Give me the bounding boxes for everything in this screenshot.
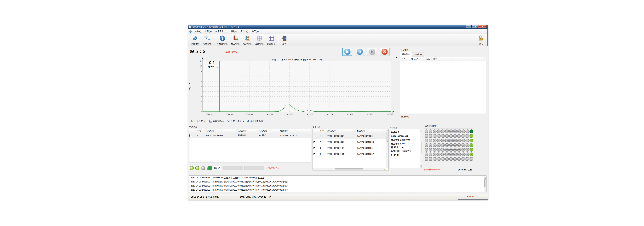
sampler-well-H3[interactable]: H3 xyxy=(441,139,445,142)
sampler-well-L4[interactable]: L4 xyxy=(424,143,428,147)
sampler-well-I5[interactable]: I5 xyxy=(437,148,440,152)
sampler-well-G4[interactable]: G4 xyxy=(445,143,449,147)
sampler-well-A3[interactable]: A3 xyxy=(470,139,473,142)
sampler-well-D5[interactable]: D5 xyxy=(457,148,461,152)
sampler-well-D2[interactable]: D2 xyxy=(457,134,461,138)
sampler-well-L5[interactable]: L5 xyxy=(424,148,428,152)
chart-toolbar-grid[interactable]: 数据查看(D) xyxy=(208,119,226,124)
sampler-well-J2[interactable]: J2 xyxy=(433,134,436,138)
test-list-vscrollbar[interactable]: ▲ xyxy=(386,129,388,168)
sampler-well-H1[interactable]: H1 xyxy=(441,129,445,133)
mdi-minimize-button[interactable] xyxy=(474,32,476,32)
sampler-well-H2[interactable]: H2 xyxy=(441,134,445,138)
toolbar-button-stop-comm[interactable]: 停止通讯 xyxy=(189,34,201,46)
collapse-panel-arrow[interactable]: ‹ xyxy=(396,55,398,60)
sampler-well-F6[interactable]: F6 xyxy=(449,152,453,156)
toolbar-button-site-manage[interactable]: 站点管理 xyxy=(201,34,213,46)
sampler-well-J5[interactable]: J5 xyxy=(433,148,436,152)
sampler-well-L7[interactable]: L7 xyxy=(424,157,428,161)
chart-toolbar-wrench[interactable]: 设置 xyxy=(226,119,236,124)
sampler-well-J6[interactable]: J6 xyxy=(433,152,436,156)
menu-item-3[interactable]: 实用工具(T) xyxy=(214,29,228,34)
sampler-well-C3[interactable]: C3 xyxy=(462,139,465,142)
scroll-up-icon[interactable]: ▲ xyxy=(484,176,486,178)
sampler-well-H5[interactable]: H5 xyxy=(441,148,445,152)
menu-item-2[interactable]: 查看(V) xyxy=(203,29,214,34)
sampler-well-F2[interactable]: F2 xyxy=(449,134,453,138)
sampler-well-L2[interactable]: L2 xyxy=(424,134,428,138)
sampler-well-I7[interactable]: I7 xyxy=(437,157,440,161)
column-header[interactable]: TC(mg/L) xyxy=(409,57,424,61)
chart-toolbar-line-style[interactable]: 线性设置▼ xyxy=(189,119,206,124)
chart-toolbar-item[interactable]: 刷新▼ xyxy=(236,120,245,123)
column-header[interactable]: 方法编号 xyxy=(204,129,236,133)
sampler-well-E6[interactable]: E6 xyxy=(453,152,457,156)
sampler-well-K6[interactable]: K6 xyxy=(429,152,432,156)
log-scrollbar[interactable]: ▲ xyxy=(484,176,486,192)
sampler-well-D6[interactable]: D6 xyxy=(457,152,461,156)
event-log[interactable]: 2018-04-08 14:25:21：[5/02411706]方法操作 方法[… xyxy=(189,175,486,192)
sampler-well-C5[interactable]: C5 xyxy=(462,148,465,152)
test-list-hscrollbar[interactable]: ► xyxy=(313,168,386,170)
sampler-well-L1[interactable]: L1 xyxy=(424,129,428,133)
column-header[interactable] xyxy=(452,57,484,61)
current-test-table[interactable]: 序号TC(mg/L)状态时间 xyxy=(400,57,486,114)
sampler-well-A4[interactable]: A4 xyxy=(470,143,473,147)
column-header[interactable]: 序号 xyxy=(196,129,204,133)
chart-toolbar-plug[interactable]: 停止获取数据 xyxy=(245,119,264,124)
column-header[interactable]: 测试编号 xyxy=(326,129,356,133)
scrollbar-thumb[interactable] xyxy=(386,132,388,142)
tab-history[interactable]: 历史记录 xyxy=(412,52,424,57)
sampler-well-I2[interactable]: I2 xyxy=(437,134,440,138)
sampler-well-L6[interactable]: L6 xyxy=(424,152,428,156)
sampler-well-G2[interactable]: G2 xyxy=(445,134,449,138)
sampler-well-D3[interactable]: D3 xyxy=(457,139,461,142)
menu-item-5[interactable]: 窗口(W) xyxy=(239,29,250,34)
sampler-well-K4[interactable]: K4 xyxy=(429,143,432,147)
title-bar[interactable]: 泰林总有机碳分析系统软件[zt(byh)测例] - [站点：5] xyxy=(188,25,488,29)
sampler-well-C6[interactable]: C6 xyxy=(462,152,465,156)
column-header[interactable]: 状态 xyxy=(424,57,432,61)
sampler-well-H6[interactable]: H6 xyxy=(441,152,445,156)
column-header[interactable]: 序号 xyxy=(400,57,409,61)
column-header[interactable] xyxy=(313,129,318,133)
sampler-well-B6[interactable]: B6 xyxy=(466,152,469,156)
toolbar-button-sample-manage[interactable]: 样品管理 xyxy=(229,34,241,46)
scrollbar-thumb[interactable] xyxy=(335,168,363,170)
sampler-well-C4[interactable]: C4 xyxy=(462,143,465,147)
table-row[interactable]: 3TS201804080100SA201803310001 xyxy=(313,145,386,151)
sampler-well-E7[interactable]: E7 xyxy=(453,157,457,161)
sampler-well-A5[interactable]: A5 xyxy=(470,148,473,152)
sampler-well-C7[interactable]: C7 xyxy=(462,157,465,161)
sampler-well-B3[interactable]: B3 xyxy=(466,139,469,142)
sampler-well-C2[interactable]: C2 xyxy=(462,134,465,138)
sampler-well-F7[interactable]: F7 xyxy=(449,157,453,161)
sampler-well-C1[interactable]: C1 xyxy=(462,129,465,133)
sampler-well-E2[interactable]: E2 xyxy=(453,134,457,138)
sampler-well-F1[interactable]: F1 xyxy=(449,129,453,133)
scroll-down-icon[interactable]: ▼ xyxy=(420,165,422,168)
scroll-right-icon[interactable]: ► xyxy=(384,168,386,170)
method-list-table[interactable]: 序号方法编号方法类型方法名称创建日期1ME201804080037样品测试TC测… xyxy=(189,129,311,163)
mdi-restore-button[interactable] xyxy=(478,31,480,32)
sampler-well-A1[interactable]: A1 xyxy=(470,129,473,133)
chart[interactable]: 03691215182124273000:00:0000:00:0000:00:… xyxy=(189,57,396,118)
cancel-button[interactable] xyxy=(380,48,390,56)
sampler-well-I1[interactable]: I1 xyxy=(437,129,440,133)
sampler-well-J3[interactable]: J3 xyxy=(433,139,436,142)
resize-grip[interactable] xyxy=(458,199,488,200)
column-header[interactable]: 方法类型 xyxy=(236,129,258,133)
sampler-well-F4[interactable]: F4 xyxy=(449,143,453,147)
column-header[interactable] xyxy=(190,129,196,133)
sampler-well-B2[interactable]: B2 xyxy=(466,134,469,138)
sampler-well-H4[interactable]: H4 xyxy=(441,143,445,147)
toolbar-button-exit[interactable]: 退出 xyxy=(279,34,290,46)
menu-item-4[interactable]: 设置(S) xyxy=(228,29,239,34)
sampler-well-K2[interactable]: K2 xyxy=(429,134,432,138)
sampler-well-I3[interactable]: I3 xyxy=(437,139,440,142)
scrollbar-thumb[interactable] xyxy=(484,178,486,187)
sampler-well-D1[interactable]: D1 xyxy=(457,129,461,133)
table-row[interactable]: 4TS201804080101SA201803310002 xyxy=(313,151,386,157)
menu-item-1[interactable]: 文件(F) xyxy=(192,29,203,34)
table-row[interactable]: 1TS201804080098SA201803280001 xyxy=(313,133,386,139)
